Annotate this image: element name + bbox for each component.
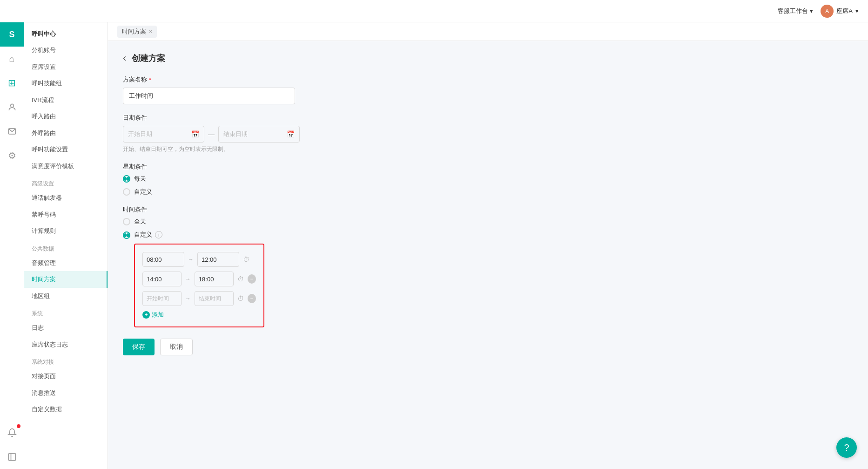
end-date-placeholder: 结束日期 [223,130,248,138]
content-area: 时间方案 × ‹ 创建方案 方案名称 * [108,22,868,469]
cancel-button[interactable]: 取消 [160,339,193,355]
name-input[interactable] [123,88,295,104]
sidebar-item-calculation[interactable]: 计算规则 [24,223,108,239]
sidebar-item-blocked-numbers[interactable]: 禁呼号码 [24,206,108,223]
time-end-2[interactable]: 18:00 [195,272,234,286]
time-custom-container: 自定义 i 08:00 [134,231,264,327]
time-radio-allday[interactable]: 全天 [123,218,853,226]
form-item-week: 星期条件 每天 自定义 [123,163,853,196]
form-label-week: 星期条件 [123,163,853,171]
time-condition-box: 08:00 → 12:00 ⏱ [134,244,264,327]
time-clock-icon-3[interactable]: ⏱ [237,295,244,302]
time-arrow-3: → [185,295,191,302]
nav-main-title: 呼叫中心 [24,22,108,42]
nav-integration-title: 系统对接 [24,353,108,368]
time-start-1[interactable]: 08:00 [142,252,184,267]
sidebar-item-mail[interactable] [0,119,24,143]
sidebar-item-custom-data[interactable]: 自定义数据 [24,401,108,418]
form-item-name: 方案名称 * [123,75,853,104]
calendar-icon-end: 📅 [287,130,295,138]
page-content: ‹ 创建方案 方案名称 * 日期条件 [108,41,868,469]
week-radio-custom[interactable]: 自定义 [123,188,853,196]
workspace-switcher[interactable]: 客服工作台 ▾ [778,7,813,15]
time-row-1: 08:00 → 12:00 ⏱ [142,252,256,267]
time-custom-label: 自定义 [134,231,152,239]
sidebar-item-ivr[interactable]: IVR流程 [24,92,108,109]
workspace-chevron-icon: ▾ [810,7,813,14]
time-radio-custom[interactable]: 自定义 i 08:00 [123,231,853,327]
svg-point-0 [10,104,13,107]
add-time-button[interactable]: + 添加 [142,311,256,319]
sidebar-item-message-push[interactable]: 消息推送 [24,385,108,401]
sidebar-item-outbound-route[interactable]: 外呼路由 [24,125,108,142]
sidebar-item-extensions[interactable]: 分机账号 [24,42,108,59]
sidebar-item-settings[interactable]: ⚙ [0,143,24,168]
logo: S [0,22,24,47]
sidebar-item-trigger[interactable]: 通话触发器 [24,190,108,206]
sidebar-item-contacts[interactable] [0,95,24,119]
start-date-input[interactable]: 开始日期 📅 [123,126,204,143]
sidebar-item-home[interactable]: ⌂ [0,47,24,71]
user-menu[interactable]: A 座席A ▾ [821,5,859,18]
action-buttons: 保存 取消 [123,339,853,355]
sidebar-item-log[interactable]: 日志 [24,319,108,336]
form-label-name: 方案名称 * [123,75,853,84]
sidebar-item-call-features[interactable]: 呼叫功能设置 [24,141,108,158]
add-icon: + [142,311,150,319]
breadcrumb-close-icon[interactable]: × [149,28,152,35]
sidebar-item-agent-log[interactable]: 座席状态日志 [24,336,108,353]
time-start-3[interactable]: 开始时间 [142,291,182,306]
breadcrumb-tab: 时间方案 × [117,26,157,38]
collapse-icon[interactable] [0,445,24,469]
page-title: 创建方案 [132,53,165,64]
radio-circle-custom [123,188,130,196]
nav-public-title: 公共数据 [24,239,108,255]
icon-sidebar-bottom [0,421,24,469]
time-info-icon[interactable]: i [155,231,162,238]
time-allday-label: 全天 [134,218,146,226]
time-clock-icon-1[interactable]: ⏱ [243,256,249,263]
sidebar-item-apps[interactable]: ⊞ [0,71,24,95]
breadcrumb-bar: 时间方案 × [108,22,868,41]
time-start-2[interactable]: 14:00 [142,272,182,286]
radio-circle-custom-time [123,231,130,239]
time-row-2: 14:00 → 18:00 ⏱ − [142,272,256,286]
save-button[interactable]: 保存 [123,339,155,355]
time-arrow-1: → [188,256,194,263]
week-custom-label: 自定义 [134,188,152,196]
week-everyday-label: 每天 [134,175,146,183]
form-label-time: 时间条件 [123,205,853,214]
required-star: * [149,76,151,83]
nav-sidebar: 呼叫中心 分机账号 座席设置 呼叫技能组 IVR流程 呼入路由 外呼路由 呼叫功… [24,22,108,469]
notification-icon[interactable] [0,421,24,445]
svg-rect-2 [8,454,15,461]
date-hint: 开始、结束日期可空，为空时表示无限制。 [123,145,853,153]
end-date-input[interactable]: 结束日期 📅 [218,126,300,143]
sidebar-item-audio[interactable]: 音频管理 [24,255,108,272]
time-end-1[interactable]: 12:00 [197,252,239,267]
sidebar-item-skill-group[interactable]: 呼叫技能组 [24,75,108,92]
time-arrow-2: → [185,276,191,282]
create-form: 方案名称 * 日期条件 开始日期 📅 — 结束 [123,75,853,355]
avatar: A [821,5,834,18]
sidebar-item-satisfaction[interactable]: 满意度评价模板 [24,158,108,175]
page-header: ‹ 创建方案 [123,52,853,64]
sidebar-item-time-plan[interactable]: 时间方案 [24,271,108,288]
sidebar-item-region[interactable]: 地区组 [24,288,108,305]
time-remove-btn-2[interactable]: − [248,274,256,284]
icon-sidebar: S ⌂ ⊞ ⚙ [0,22,24,469]
help-button[interactable]: ? [836,437,857,458]
user-name: 座席A [836,7,853,15]
week-radio-everyday[interactable]: 每天 [123,175,853,183]
form-label-date: 日期条件 [123,114,853,122]
nav-advanced-title: 高级设置 [24,174,108,190]
sidebar-item-integration-page[interactable]: 对接页面 [24,368,108,385]
nav-system-title: 系统 [24,304,108,319]
time-end-3[interactable]: 结束时间 [195,291,234,306]
sidebar-item-inbound-route[interactable]: 呼入路由 [24,108,108,125]
sidebar-item-agent-settings[interactable]: 座席设置 [24,59,108,75]
time-clock-icon-2[interactable]: ⏱ [237,275,244,283]
time-remove-btn-3[interactable]: − [248,294,256,303]
user-chevron-icon: ▾ [855,7,859,14]
back-button[interactable]: ‹ [123,52,126,64]
